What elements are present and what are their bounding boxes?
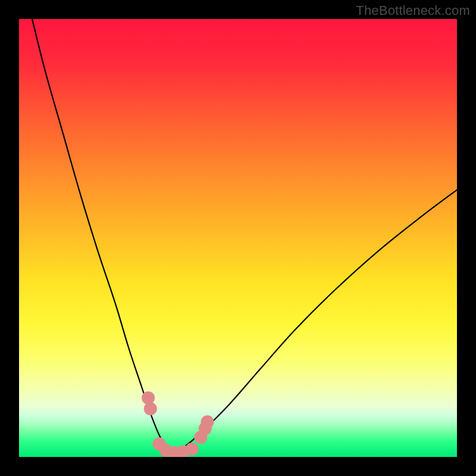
curve-sample-markers: [19, 19, 457, 457]
curve-marker: [201, 415, 214, 428]
chart-frame: TheBottleneck.com: [0, 0, 476, 476]
curve-marker: [186, 443, 199, 456]
plot-area: [19, 19, 457, 457]
curve-marker: [142, 392, 155, 405]
curve-marker: [144, 402, 157, 415]
watermark-text: TheBottleneck.com: [356, 3, 470, 18]
